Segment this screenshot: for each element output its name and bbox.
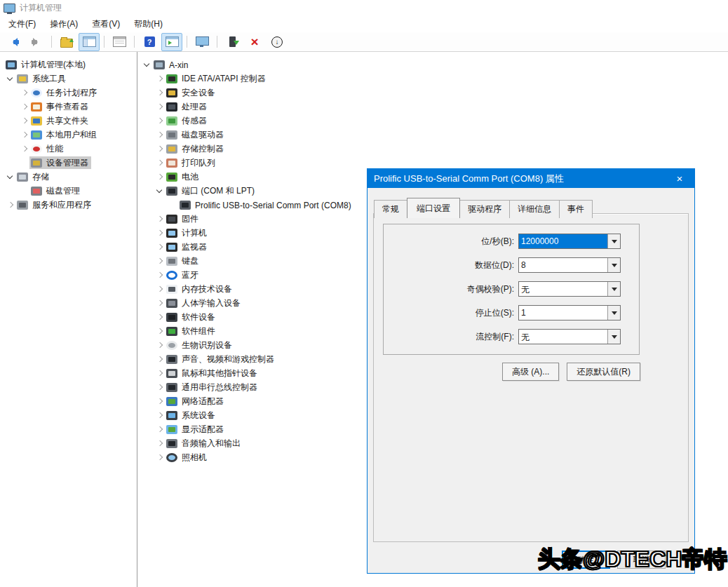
restore-defaults-button[interactable]: 还原默认值(R) (567, 363, 640, 381)
console-tree-toggle[interactable] (79, 33, 100, 51)
chevron-down-icon[interactable] (155, 186, 165, 196)
tab-general[interactable]: 常规 (374, 200, 407, 218)
chevron-right-icon[interactable] (155, 130, 165, 140)
expander-placeholder (20, 158, 29, 168)
chevron-down-icon[interactable] (6, 74, 15, 83)
flow-control-combobox[interactable]: 无 (518, 329, 621, 344)
up-folder-button[interactable] (56, 33, 77, 51)
chevron-right-icon[interactable] (155, 172, 165, 182)
update-driver-button[interactable] (222, 33, 243, 51)
chevron-right-icon[interactable] (155, 368, 165, 378)
chevron-down-icon[interactable] (6, 172, 15, 182)
ok-button[interactable]: 确定 (562, 551, 610, 569)
device-item[interactable]: 打印队列 (137, 156, 728, 170)
sidebar-item-label: 系统工具 (32, 72, 66, 85)
chevron-right-icon[interactable] (155, 256, 165, 266)
chevron-right-icon[interactable] (155, 424, 165, 434)
sidebar-item[interactable]: 事件查看器 (0, 100, 137, 114)
chevron-right-icon[interactable] (155, 298, 165, 308)
device-item[interactable]: 存储控制器 (137, 142, 728, 156)
sidebar-item[interactable]: 本地用户和组 (0, 128, 137, 142)
menu-view[interactable]: 查看(V) (85, 15, 127, 33)
dropdown-arrow-icon[interactable] (607, 282, 620, 296)
chevron-right-icon[interactable] (155, 158, 165, 168)
sidebar-item[interactable]: 任务计划程序 (0, 86, 137, 100)
sidebar-item[interactable]: 磁盘管理 (0, 184, 137, 198)
advanced-button-row: 高级 (A)... 还原默认值(R) (502, 363, 640, 381)
local-users-icon (31, 130, 42, 140)
chevron-right-icon[interactable] (6, 200, 15, 210)
back-button[interactable] (4, 33, 25, 51)
chevron-right-icon[interactable] (155, 242, 165, 252)
data-bits-combobox[interactable]: 8 (518, 257, 621, 273)
sidebar-item[interactable]: 服务和应用程序 (0, 198, 137, 212)
chevron-right-icon[interactable] (155, 284, 165, 294)
chevron-right-icon[interactable] (155, 270, 165, 280)
device-item[interactable]: 安全设备 (137, 86, 728, 100)
forward-button[interactable] (26, 33, 47, 51)
chevron-right-icon[interactable] (155, 312, 165, 322)
sidebar-item[interactable]: 性能 (0, 142, 137, 156)
tab-driver[interactable]: 驱动程序 (459, 200, 510, 218)
menu-file[interactable]: 文件(F) (1, 15, 43, 33)
chevron-right-icon[interactable] (155, 214, 165, 224)
chevron-right-icon[interactable] (20, 130, 29, 140)
chevron-right-icon[interactable] (155, 452, 165, 462)
chevron-right-icon[interactable] (155, 88, 165, 97)
chevron-right-icon[interactable] (20, 102, 29, 112)
sidebar-item[interactable]: 系统工具 (0, 72, 137, 86)
tab-events[interactable]: 事件 (559, 200, 593, 218)
dropdown-arrow-icon[interactable] (607, 306, 620, 320)
remote-computer-button[interactable] (191, 33, 213, 51)
tab-port-settings[interactable]: 端口设置 (407, 198, 460, 218)
chevron-right-icon[interactable] (155, 340, 165, 350)
chevron-right-icon[interactable] (155, 410, 165, 420)
menu-help[interactable]: 帮助(H) (127, 15, 170, 33)
dropdown-arrow-icon[interactable] (607, 330, 620, 344)
baud-rate-combobox[interactable]: 12000000 (518, 234, 621, 249)
chevron-right-icon[interactable] (155, 116, 165, 126)
sidebar-item[interactable]: 存储 (0, 170, 137, 184)
close-icon[interactable]: × (665, 169, 694, 188)
dropdown-arrow-icon[interactable] (607, 234, 620, 248)
action-pane-toggle[interactable] (161, 33, 182, 51)
camera-icon (166, 453, 177, 462)
device-item[interactable]: 处理器 (137, 100, 728, 114)
chevron-down-icon[interactable] (142, 60, 152, 69)
chevron-right-icon[interactable] (20, 116, 29, 126)
device-item[interactable]: IDE ATA/ATAPI 控制器 (137, 72, 728, 86)
dropdown-arrow-icon[interactable] (607, 258, 620, 272)
sidebar-item[interactable]: 共享文件夹 (0, 114, 137, 128)
cancel-button[interactable]: 取消 (617, 551, 666, 569)
parity-combobox[interactable]: 无 (518, 281, 621, 297)
uninstall-device-button[interactable]: × (244, 33, 265, 51)
sidebar-item[interactable]: 计算机管理(本地) (0, 58, 137, 72)
chevron-right-icon[interactable] (155, 438, 165, 448)
device-item-label: 人体学输入设备 (182, 297, 241, 309)
advanced-button[interactable]: 高级 (A)... (502, 363, 559, 381)
dialog-tabs: 常规端口设置驱动程序详细信息事件 (374, 198, 592, 218)
device-item-body: 监视器 (165, 241, 210, 253)
help-button[interactable]: ? (139, 33, 160, 51)
sidebar-item[interactable]: 设备管理器 (0, 156, 137, 170)
chevron-right-icon[interactable] (155, 382, 165, 392)
device-item[interactable]: A-xin (137, 58, 728, 72)
device-item[interactable]: 传感器 (137, 114, 728, 128)
sidebar-item-body: 事件查看器 (29, 100, 91, 113)
chevron-right-icon[interactable] (20, 88, 29, 97)
scan-hardware-button[interactable]: ↓ (267, 33, 288, 51)
tab-details[interactable]: 详细信息 (509, 200, 560, 218)
chevron-right-icon[interactable] (155, 228, 165, 238)
chevron-right-icon[interactable] (155, 326, 165, 336)
chevron-right-icon[interactable] (20, 144, 29, 154)
device-item[interactable]: 磁盘驱动器 (137, 128, 728, 142)
chevron-right-icon[interactable] (155, 74, 165, 83)
device-item-label: 安全设备 (182, 86, 215, 99)
chevron-right-icon[interactable] (155, 102, 165, 112)
chevron-right-icon[interactable] (155, 396, 165, 406)
chevron-right-icon[interactable] (155, 354, 165, 364)
menu-action[interactable]: 操作(A) (43, 15, 85, 33)
stop-bits-combobox[interactable]: 1 (518, 305, 621, 321)
properties-button[interactable] (109, 33, 130, 51)
chevron-right-icon[interactable] (155, 144, 165, 154)
